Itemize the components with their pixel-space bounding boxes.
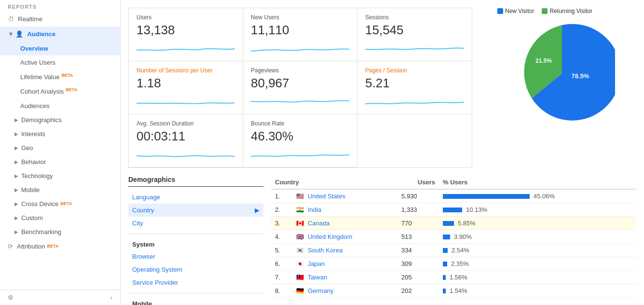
pct-cell: 2.54%	[439, 244, 636, 257]
rank-cell: 4.	[271, 230, 292, 244]
new-visitor-dot	[497, 8, 503, 14]
browser-link[interactable]: Browser	[128, 250, 263, 263]
mobile-title: Mobile	[128, 297, 263, 305]
table-row: 4. 🇬🇧 United Kingdom 513 3.90%	[271, 230, 636, 244]
country-link-5[interactable]: Japan	[308, 260, 325, 267]
cross-device-label: Cross Device	[21, 200, 58, 208]
service-provider-link[interactable]: Service Provider	[128, 276, 263, 289]
sidebar-item-audience[interactable]: ▼ 👤 Audience	[0, 27, 120, 42]
returning-pct-label: 21.5%	[535, 57, 552, 64]
cohort-beta-badge: BETA	[66, 87, 77, 92]
country-flag: 🇨🇦	[296, 220, 304, 227]
country-link-0[interactable]: United States	[308, 193, 345, 200]
country-table: Country Users % Users 1. 🇺🇸 United State…	[271, 176, 636, 298]
sidebar-item-technology[interactable]: ▶ Technology	[0, 169, 120, 183]
rank-cell: 6.	[271, 257, 292, 271]
sidebar-item-custom[interactable]: ▶ Custom	[0, 211, 120, 225]
collapse-icon[interactable]: ‹	[110, 294, 112, 301]
sidebar-item-attribution[interactable]: ⟳ AttributionBETA	[0, 239, 120, 254]
returning-visitor-label: Returning Visitor	[549, 8, 592, 14]
rank-cell: 7.	[271, 271, 292, 284]
country-link-3[interactable]: United Kingdom	[308, 233, 353, 240]
usage-bar	[443, 275, 446, 280]
cross-device-beta-badge: BETA	[60, 201, 72, 206]
sidebar-item-behavior[interactable]: ▶ Behavior	[0, 155, 120, 169]
country-link-selected[interactable]: Country ▶	[128, 204, 263, 217]
metrics-section: Users 13,138 New Users 11,110 Sessions 1…	[121, 0, 480, 168]
sidebar-sub-item-active-users[interactable]: Active Users	[0, 55, 120, 69]
metric-value-7: 46.30%	[251, 129, 349, 144]
country-link-2[interactable]: Canada	[308, 220, 330, 227]
legend-new-visitor: New Visitor	[497, 8, 534, 14]
metric-label-4: Pageviews	[251, 67, 349, 74]
table-row: 1. 🇺🇸 United States 5,930 45.06%	[271, 189, 636, 203]
realtime-label: Realtime	[18, 15, 42, 23]
sidebar-sub-item-cohort-analysis[interactable]: Cohort AnalysisBETA	[0, 84, 120, 98]
behavior-label: Behavior	[21, 158, 46, 166]
metric-value-5: 5.21	[365, 76, 464, 91]
demographics-label: Demographics	[21, 116, 62, 124]
city-link[interactable]: City	[128, 217, 263, 230]
usage-bar	[443, 289, 446, 293]
country-link-7[interactable]: Germany	[308, 287, 333, 294]
metric-sparkline-6	[137, 147, 235, 161]
users-cell: 5,930	[397, 189, 439, 203]
metric-card-6: Avg. Session Duration 00:03:11	[129, 114, 243, 167]
technology-label: Technology	[21, 172, 53, 180]
sidebar-sub-item-audiences[interactable]: Audiences	[0, 99, 120, 113]
new-pct-label: 78.5%	[572, 72, 589, 80]
interests-label: Interests	[21, 130, 45, 138]
sidebar-item-benchmarking[interactable]: ▶ Benchmarking	[0, 225, 120, 239]
sidebar-item-geo[interactable]: ▶ Geo	[0, 141, 120, 155]
metric-card-4: Pageviews 80,967	[243, 61, 357, 114]
demographics-title: Demographics	[128, 176, 263, 187]
chevron-right-icon-9: ▶	[14, 229, 18, 235]
country-flag: 🇬🇧	[296, 233, 304, 240]
sidebar-item-mobile[interactable]: ▶ Mobile	[0, 183, 120, 197]
pct-text: 3.90%	[454, 233, 472, 240]
usage-bar	[443, 194, 530, 199]
usage-bar	[443, 235, 450, 239]
lifetime-value-label: Lifetime Value	[20, 73, 59, 81]
bar-container: 45.06%	[443, 193, 632, 200]
pct-cell: 10.13%	[439, 203, 636, 217]
rank-cell: 3.	[271, 217, 292, 230]
metric-label-2: Sessions	[365, 14, 464, 21]
legend-returning-visitor: Returning Visitor	[542, 8, 592, 14]
users-cell: 1,333	[397, 203, 439, 217]
metric-card-5: Pages / Session 5.21	[357, 61, 472, 114]
country-cell: 🇬🇧 United Kingdom	[292, 230, 397, 244]
sidebar-item-realtime[interactable]: ⏱ Realtime	[0, 12, 120, 27]
language-link[interactable]: Language	[128, 191, 263, 204]
pct-text: 45.06%	[534, 193, 555, 200]
sidebar-item-demographics[interactable]: ▶ Demographics	[0, 113, 120, 127]
sidebar-item-interests[interactable]: ▶ Interests	[0, 127, 120, 141]
chevron-right-icon-5: ▶	[14, 173, 18, 179]
bar-container: 5.85%	[443, 220, 632, 227]
metric-sparkline-4	[251, 94, 349, 108]
sidebar-sub-item-lifetime-value[interactable]: Lifetime ValueBETA	[0, 69, 120, 84]
bar-container: 1.54%	[443, 287, 632, 294]
country-flag: 🇰🇷	[296, 247, 304, 254]
country-link-6[interactable]: Taiwan	[308, 274, 327, 281]
usage-bar	[443, 208, 462, 212]
gear-icon[interactable]: ⚙	[8, 294, 14, 301]
country-link-1[interactable]: India	[308, 206, 321, 213]
bar-container: 1.56%	[443, 274, 632, 281]
table-row: 8. 🇩🇪 Germany 202 1.54%	[271, 284, 636, 298]
cohort-analysis-label: Cohort Analysis	[20, 88, 64, 96]
country-cell: 🇩🇪 Germany	[292, 284, 397, 298]
sidebar-item-cross-device[interactable]: ▶ Cross DeviceBETA	[0, 197, 120, 211]
bottom-section: Demographics Language Country ▶ City Sys…	[121, 168, 644, 305]
metric-label-3: Number of Sessions per User	[137, 67, 235, 74]
country-panel: Country Users % Users 1. 🇺🇸 United State…	[271, 176, 636, 305]
country-cell: 🇮🇳 India	[292, 203, 397, 217]
metric-sparkline-5	[365, 94, 464, 108]
pct-cell: 1.54%	[439, 284, 636, 298]
overview-label: Overview	[20, 45, 48, 52]
country-flag: 🇩🇪	[296, 287, 304, 294]
sidebar-sub-item-overview[interactable]: Overview	[0, 42, 120, 55]
os-link[interactable]: Operating System	[128, 263, 263, 276]
main-content: Users 13,138 New Users 11,110 Sessions 1…	[121, 0, 644, 305]
country-link-4[interactable]: South Korea	[308, 247, 343, 254]
